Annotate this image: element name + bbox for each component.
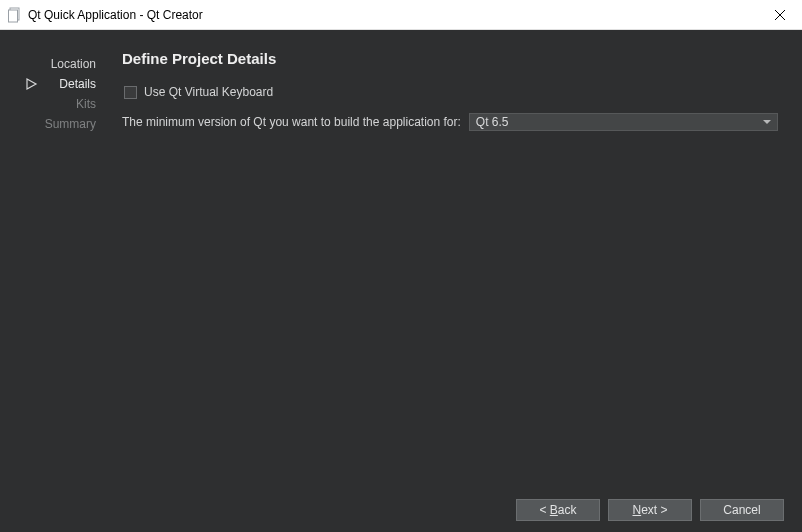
- close-button[interactable]: [757, 0, 802, 30]
- titlebar: Qt Quick Application - Qt Creator: [0, 0, 802, 30]
- qt-version-selected: Qt 6.5: [476, 115, 509, 129]
- wizard-button-bar: < Back Next > Cancel: [0, 488, 802, 532]
- step-label: Kits: [76, 97, 96, 111]
- step-label: Summary: [45, 117, 96, 131]
- play-triangle-icon: [24, 77, 38, 91]
- step-summary: Summary: [0, 114, 106, 134]
- step-kits: Kits: [0, 94, 106, 114]
- app-icon: [8, 7, 22, 23]
- svg-marker-4: [27, 79, 36, 89]
- step-location[interactable]: Location: [0, 54, 106, 74]
- window-title: Qt Quick Application - Qt Creator: [28, 8, 203, 22]
- cancel-button[interactable]: Cancel: [700, 499, 784, 521]
- cancel-button-label: Cancel: [723, 503, 760, 517]
- wizard-main: Define Project Details Use Qt Virtual Ke…: [106, 30, 802, 488]
- virtual-keyboard-checkbox[interactable]: [124, 86, 137, 99]
- wizard-body: Location Details Kits Summary Define Pro…: [0, 30, 802, 488]
- svg-rect-1: [9, 10, 18, 22]
- wizard-steps-sidebar: Location Details Kits Summary: [0, 30, 106, 488]
- next-button[interactable]: Next >: [608, 499, 692, 521]
- step-label: Details: [59, 77, 96, 91]
- min-qt-version-label: The minimum version of Qt you want to bu…: [122, 115, 461, 129]
- chevron-down-icon: [763, 120, 771, 124]
- step-details[interactable]: Details: [0, 74, 106, 94]
- next-button-label: Next >: [632, 503, 667, 517]
- back-button[interactable]: < Back: [516, 499, 600, 521]
- step-label: Location: [51, 57, 96, 71]
- virtual-keyboard-row: Use Qt Virtual Keyboard: [124, 85, 778, 99]
- back-button-label: < Back: [539, 503, 576, 517]
- qt-version-combobox[interactable]: Qt 6.5: [469, 113, 778, 131]
- page-heading: Define Project Details: [122, 50, 778, 67]
- virtual-keyboard-label: Use Qt Virtual Keyboard: [144, 85, 273, 99]
- min-qt-version-row: The minimum version of Qt you want to bu…: [122, 113, 778, 131]
